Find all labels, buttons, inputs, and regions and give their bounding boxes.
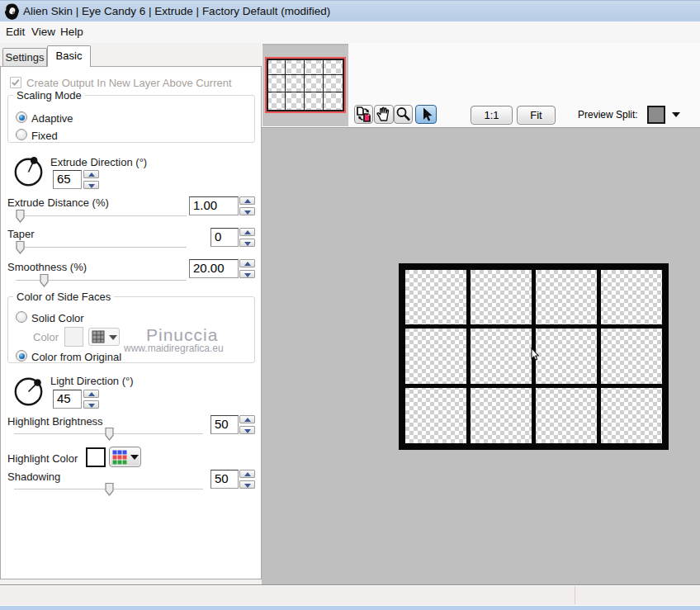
light-direction-dial[interactable] — [13, 376, 45, 408]
smoothness-field[interactable]: 20.00 — [189, 259, 239, 278]
grid-frame-bar — [597, 270, 601, 443]
extrude-distance-label: Extrude Distance (%) — [7, 196, 109, 209]
preview-thumbnail[interactable] — [265, 57, 346, 113]
smoothness-thumb[interactable] — [40, 273, 49, 287]
taper-slider[interactable] — [16, 247, 187, 248]
fit-button[interactable]: Fit — [517, 106, 556, 125]
adaptive-label[interactable]: Adaptive — [31, 112, 73, 125]
compare-original-button[interactable] — [354, 105, 373, 124]
palette-grid-icon — [92, 330, 105, 343]
zoom-tool-button[interactable] — [394, 105, 413, 124]
preview-split-swatch[interactable] — [647, 106, 665, 124]
thumbnail-grid-line — [304, 59, 305, 110]
spin-down-icon[interactable] — [83, 400, 99, 409]
hand-icon — [375, 106, 393, 123]
side-faces-title: Color of Side Faces — [13, 291, 114, 303]
fixed-label[interactable]: Fixed — [31, 130, 58, 142]
solid-color-label[interactable]: Solid Color — [31, 312, 84, 324]
spin-down-icon[interactable] — [239, 239, 255, 247]
shadowing-spinner[interactable] — [239, 470, 255, 489]
adaptive-radio[interactable] — [16, 111, 27, 123]
taper-thumb[interactable] — [16, 240, 25, 254]
fixed-radio[interactable] — [16, 129, 27, 140]
spin-down-icon[interactable] — [83, 181, 99, 189]
preview-split-arrow-icon[interactable] — [672, 112, 680, 117]
color-label: Color — [33, 331, 59, 343]
scaling-mode-title: Scaling Mode — [13, 89, 85, 102]
create-output-checkbox[interactable] — [10, 77, 21, 88]
watermark-url: www.maidiregrafica.eu — [124, 343, 224, 354]
thumbnail-strip — [262, 44, 348, 126]
thumbnail-grid-line — [267, 74, 344, 75]
color-palette-icon — [112, 450, 127, 465]
solid-color-dropdown[interactable] — [88, 328, 120, 346]
taper-spinner[interactable] — [239, 228, 255, 247]
spin-up-icon[interactable] — [239, 415, 255, 423]
check-icon — [11, 78, 21, 87]
thumbnail-grid-line — [267, 110, 344, 111]
spin-up-icon[interactable] — [239, 228, 255, 236]
radio-dot — [19, 115, 25, 121]
taper-field[interactable]: 0 — [210, 228, 239, 247]
light-direction-spinner[interactable] — [83, 390, 99, 409]
pan-tool-button[interactable] — [374, 105, 394, 124]
window-title: Alien Skin | Eye Candy 6 | Extrude | Fac… — [23, 5, 330, 17]
smoothness-spinner[interactable] — [239, 259, 255, 278]
spin-up-icon[interactable] — [239, 259, 255, 267]
spin-up-icon[interactable] — [239, 470, 255, 478]
dropdown-arrow-icon — [109, 335, 117, 340]
highlight-brightness-spinner[interactable] — [239, 415, 255, 434]
preview-split-label: Preview Split: — [578, 109, 638, 121]
menu-edit[interactable]: Edit — [6, 26, 25, 38]
menu-view[interactable]: View — [31, 26, 55, 38]
solid-color-radio[interactable] — [16, 311, 27, 323]
mouse-cursor — [531, 348, 539, 362]
extrude-direction-field[interactable]: 65 — [53, 170, 82, 189]
highlight-color-dropdown[interactable] — [109, 447, 141, 467]
magnifier-icon — [395, 106, 412, 123]
light-direction-field[interactable]: 45 — [53, 390, 82, 409]
spin-up-icon[interactable] — [83, 390, 99, 398]
title-bar[interactable]: Alien Skin | Eye Candy 6 | Extrude | Fac… — [0, 0, 700, 21]
thumbnail-grid-line — [267, 59, 344, 60]
tab-settings[interactable]: Settings — [2, 48, 47, 67]
compare-original-icon — [355, 106, 372, 123]
thumbnail-grid-line — [267, 92, 344, 92]
smoothness-label: Smoothness (%) — [7, 261, 87, 273]
highlight-brightness-field[interactable]: 50 — [210, 415, 239, 434]
spin-down-icon[interactable] — [239, 207, 255, 215]
grid-frame-bar — [466, 270, 471, 443]
spin-down-icon[interactable] — [239, 270, 255, 278]
arrow-cursor-icon — [416, 106, 436, 123]
menu-bar: Edit View Help — [0, 21, 700, 43]
dropdown-arrow-icon — [130, 455, 139, 460]
preview-area[interactable] — [262, 127, 700, 584]
extrude-distance-spinner[interactable] — [239, 196, 255, 215]
spin-down-icon[interactable] — [239, 480, 255, 489]
shadowing-thumb[interactable] — [105, 482, 114, 496]
extrude-distance-thumb[interactable] — [16, 209, 25, 223]
solid-color-swatch[interactable] — [64, 327, 83, 347]
grid-frame-bar — [405, 384, 662, 388]
select-tool-button[interactable] — [415, 105, 437, 124]
extrude-distance-slider[interactable] — [16, 215, 187, 216]
from-original-radio[interactable] — [16, 350, 27, 362]
extrude-direction-dial[interactable] — [13, 157, 45, 188]
highlight-brightness-thumb[interactable] — [105, 427, 114, 441]
spin-up-icon[interactable] — [83, 170, 99, 178]
grid-frame-bar — [405, 324, 662, 329]
shadowing-field[interactable]: 50 — [210, 470, 239, 489]
menu-help[interactable]: Help — [60, 26, 83, 38]
tab-basic[interactable]: Basic — [47, 45, 91, 67]
from-original-label[interactable]: Color from Original — [31, 351, 121, 363]
radio-dot — [19, 353, 25, 359]
highlight-brightness-label: Highlight Brightness — [7, 415, 103, 428]
extrude-distance-field[interactable]: 1.00 — [189, 196, 239, 215]
extrude-direction-spinner[interactable] — [83, 170, 99, 189]
window-bottom-border — [0, 605, 700, 610]
basic-tab-page: Create Output In New Layer Above Current… — [0, 66, 262, 579]
one-to-one-button[interactable]: 1:1 — [471, 106, 513, 125]
spin-up-icon[interactable] — [239, 196, 255, 205]
spin-down-icon[interactable] — [239, 426, 255, 434]
highlight-color-swatch[interactable] — [86, 447, 106, 467]
